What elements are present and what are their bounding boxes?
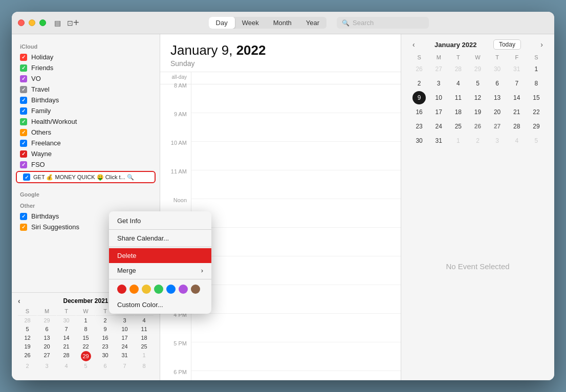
- color-yellow[interactable]: [142, 285, 151, 294]
- travel-checkbox[interactable]: [20, 86, 27, 93]
- main-mini-cal-next[interactable]: ›: [537, 39, 546, 50]
- sidebar-item-travel[interactable]: Travel: [12, 84, 160, 95]
- mini-cal-today[interactable]: 29: [81, 351, 91, 361]
- mini-cal-day[interactable]: 6: [37, 325, 56, 333]
- mini-cal-day[interactable]: 8: [135, 362, 154, 370]
- cal-day[interactable]: 26: [412, 62, 426, 76]
- cal-day[interactable]: 22: [530, 105, 543, 119]
- health-checkbox[interactable]: [20, 118, 27, 125]
- mini-cal-day[interactable]: 15: [76, 334, 95, 342]
- time-area-10am[interactable]: [191, 142, 401, 170]
- mini-cal-day[interactable]: 14: [57, 334, 76, 342]
- cal-day[interactable]: 26: [471, 120, 484, 133]
- mini-cal-day[interactable]: 29: [37, 316, 56, 324]
- freelance-checkbox[interactable]: [20, 140, 27, 147]
- delete-menu-item[interactable]: Delete: [109, 248, 211, 263]
- cal-day[interactable]: 4: [510, 134, 524, 147]
- cal-day[interactable]: 31: [510, 62, 524, 76]
- cal-day[interactable]: 1: [451, 134, 465, 147]
- cal-day[interactable]: 8: [530, 77, 543, 90]
- mini-cal-day[interactable]: 10: [115, 325, 134, 333]
- cal-day[interactable]: 23: [412, 120, 426, 133]
- cal-day[interactable]: 30: [412, 134, 426, 147]
- birthdays-checkbox[interactable]: [20, 97, 27, 104]
- cal-day[interactable]: 21: [510, 105, 524, 119]
- mini-cal-day[interactable]: 17: [115, 334, 134, 342]
- cal-day[interactable]: 13: [491, 91, 504, 104]
- mini-cal-day[interactable]: 23: [96, 342, 115, 351]
- cal-day[interactable]: 18: [451, 105, 465, 119]
- cal-day[interactable]: 27: [432, 62, 445, 76]
- cal-day[interactable]: 29: [471, 62, 484, 76]
- mini-cal-day[interactable]: 9: [96, 325, 115, 333]
- today-button[interactable]: Today: [493, 39, 521, 50]
- vo-checkbox[interactable]: [20, 75, 27, 82]
- wayne-checkbox[interactable]: [20, 150, 27, 158]
- custom-color-menu-item[interactable]: Custom Color...: [109, 298, 211, 312]
- mini-cal-day[interactable]: 28: [57, 351, 76, 361]
- cal-day[interactable]: 4: [451, 77, 465, 90]
- day-view-button[interactable]: Day: [209, 17, 235, 29]
- sidebar-item-holiday[interactable]: Holiday: [12, 52, 160, 62]
- cal-day[interactable]: 15: [530, 91, 543, 104]
- cal-day[interactable]: 19: [471, 105, 484, 119]
- mini-cal-day[interactable]: 30: [96, 351, 115, 361]
- spam-checkbox[interactable]: [23, 173, 30, 181]
- sidebar-item-health[interactable]: Health/Workout: [12, 116, 160, 127]
- mini-cal-day[interactable]: 4: [57, 362, 76, 370]
- mini-cal-day[interactable]: 8: [76, 325, 95, 333]
- mini-cal-day[interactable]: 11: [135, 325, 154, 333]
- cal-selected-day[interactable]: 9: [412, 91, 426, 104]
- cal-day[interactable]: 24: [432, 120, 445, 133]
- friends-checkbox[interactable]: [20, 64, 27, 72]
- cal-day[interactable]: 17: [432, 105, 445, 119]
- add-event-button[interactable]: +: [73, 17, 79, 29]
- sidebar-item-fso[interactable]: FSO: [12, 159, 160, 170]
- mini-cal-day[interactable]: 2: [96, 316, 115, 324]
- others-checkbox[interactable]: [20, 129, 27, 136]
- siri-checkbox[interactable]: [20, 224, 27, 231]
- cal-day[interactable]: 20: [491, 105, 504, 119]
- cal-day[interactable]: 11: [451, 91, 465, 104]
- sidebar-item-freelance[interactable]: Freelance: [12, 138, 160, 148]
- mini-cal-day[interactable]: 1: [135, 351, 154, 361]
- cal-day[interactable]: 10: [432, 91, 445, 104]
- inbox-icon[interactable]: ⊡: [67, 19, 73, 27]
- mini-cal-day[interactable]: 12: [18, 334, 37, 342]
- time-area-6pm[interactable]: [191, 371, 401, 380]
- cal-day[interactable]: 30: [491, 62, 504, 76]
- family-checkbox[interactable]: [20, 107, 27, 115]
- cal-day[interactable]: 12: [471, 91, 484, 104]
- mini-cal-day[interactable]: 16: [96, 334, 115, 342]
- fso-checkbox[interactable]: [20, 161, 27, 168]
- close-button[interactable]: [18, 19, 25, 26]
- mini-cal-day[interactable]: 4: [135, 316, 154, 324]
- color-brown[interactable]: [191, 285, 200, 294]
- mini-cal-day[interactable]: 25: [135, 342, 154, 351]
- other-birthdays-checkbox[interactable]: [20, 213, 27, 220]
- time-area-8am[interactable]: [191, 84, 401, 113]
- mini-cal-day[interactable]: 18: [135, 334, 154, 342]
- mini-cal-day[interactable]: 5: [76, 362, 95, 370]
- cal-day[interactable]: 7: [510, 77, 524, 90]
- sidebar-item-friends[interactable]: Friends: [12, 62, 160, 73]
- mini-cal-prev-button[interactable]: ‹: [18, 297, 20, 305]
- mini-cal-day[interactable]: 24: [115, 342, 134, 351]
- mini-cal-day[interactable]: 26: [18, 351, 37, 361]
- month-view-button[interactable]: Month: [266, 17, 299, 29]
- cal-day[interactable]: 29: [530, 120, 543, 133]
- search-box[interactable]: 🔍 Search: [337, 17, 429, 29]
- cal-day[interactable]: 25: [451, 120, 465, 133]
- maximize-button[interactable]: [39, 19, 46, 26]
- week-view-button[interactable]: Week: [235, 17, 266, 29]
- mini-cal-day[interactable]: 7: [115, 362, 134, 370]
- cal-day[interactable]: 2: [412, 77, 426, 90]
- time-area-4pm[interactable]: [191, 314, 401, 342]
- mini-cal-day[interactable]: 2: [18, 362, 37, 370]
- cal-day[interactable]: 16: [412, 105, 426, 119]
- time-area-9am[interactable]: [191, 113, 401, 142]
- time-area-noon[interactable]: [191, 199, 401, 228]
- cal-day[interactable]: 2: [471, 134, 484, 147]
- color-blue[interactable]: [166, 285, 176, 294]
- cal-day[interactable]: 3: [432, 77, 445, 90]
